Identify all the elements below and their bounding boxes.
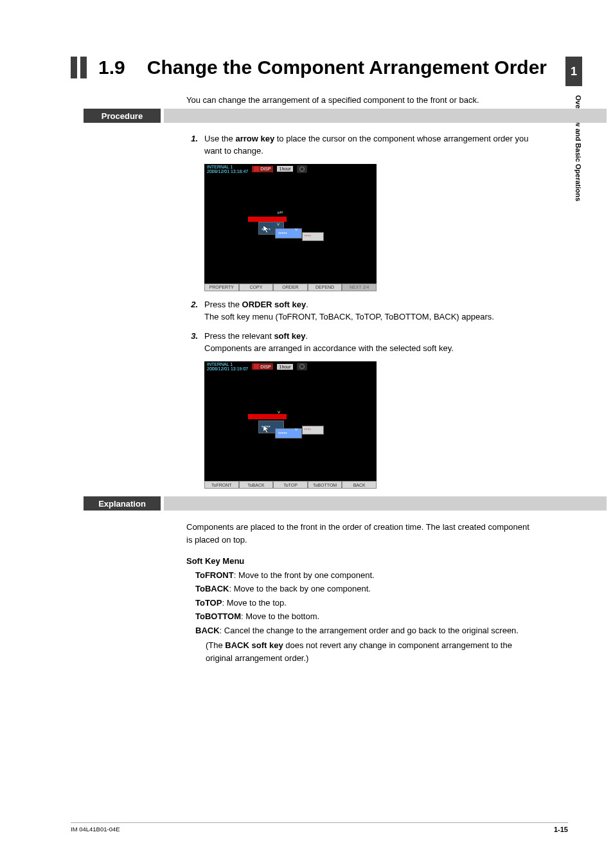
title-bar-decor [71,57,77,78]
softkey-property[interactable]: PROPERTY [204,284,239,291]
page-title-block: 1.9 Change the Component Arrangement Ord… [71,57,568,78]
disp-badge: DISP [252,363,272,370]
softkey-toback[interactable]: ToBACK [239,481,274,489]
disp-icon [254,364,259,369]
step-text: Use the arrow key to place the cursor on… [204,133,529,158]
procedure-heading: Procedure [84,109,161,123]
softkey-tobottom[interactable]: ToBOTTOM [308,481,342,489]
explanation-intro: Components are placed to the front in th… [186,521,529,546]
hour-badge: 1hour [277,166,294,172]
intro-text: You can change the arrangement of a spec… [186,95,529,105]
softkey-totop[interactable]: ToTOP [273,481,308,489]
screenshot-1: INTERNAL 12008/12/01 13:18:47 DISP 1hour… [204,164,529,291]
chapter-number: 1 [571,65,577,78]
camera-icon [297,363,307,370]
softkey-back[interactable]: BACK [342,481,377,489]
step-text: Press the relevant soft key. [204,330,529,343]
section-number: 1.9 [98,57,125,78]
page-number: 1-15 [554,826,568,833]
chapter-tab: 1 [565,57,582,86]
menu-item-toback: ToBACK: Move to the back by one componen… [195,583,529,595]
page-footer: IM 04L41B01-04E 1-15 [71,822,568,833]
menu-item-back: BACK: Cancel the change to the arrangeme… [195,624,529,637]
screen-title: INTERNAL 12008/12/01 13:19:07 [207,362,248,371]
step-3: 3. Press the relevant soft key. Componen… [186,330,529,489]
step-number: 1. [186,133,204,158]
screen-title: INTERNAL 12008/12/01 13:18:47 [207,165,248,174]
step-number: 3. [186,330,204,343]
softkey-order[interactable]: ORDER [273,284,308,291]
softkey-menu-heading: Soft Key Menu [186,555,529,568]
softkey-copy[interactable]: COPY [239,284,274,291]
component-c: *****V [275,428,302,439]
back-note: (The BACK soft key does not revert any c… [206,639,529,664]
page-title: Change the Component Arrangement Order [147,57,547,78]
step-1: 1. Use the arrow key to place the cursor… [186,133,529,291]
softkey-row: PROPERTY COPY ORDER DEPEND NEXT 2/4 [204,284,377,291]
component-a [248,414,287,419]
hour-badge: 1hour [277,364,294,370]
disp-badge: DISP [252,166,272,172]
cursor-icon [262,424,271,433]
softkey-row: ToFRONT ToBACK ToTOP ToBOTTOM BACK [204,481,377,489]
title-bar-decor [80,57,87,78]
softkey-depend[interactable]: DEPEND [308,284,342,291]
menu-item-tobottom: ToBOTTOM: Move to the bottom. [195,610,529,623]
step-number: 2. [186,299,204,311]
step-subtext: Components are arranged in accordance wi… [204,343,529,355]
explanation-heading: Explanation [84,496,161,511]
component-d: **** [302,232,324,241]
doc-id: IM 04L41B01-04E [71,826,120,833]
component-a [248,217,287,222]
screenshot-2: INTERNAL 12008/12/01 13:19:07 DISP 1hour… [204,361,529,489]
step-subtext: The soft key menu (ToFRONT, ToBACK, ToTO… [204,311,529,323]
heading-decor [164,496,607,511]
component-c: *****V [275,228,302,239]
heading-decor [164,109,607,123]
softkey-next[interactable]: NEXT 2/4 [342,284,377,291]
menu-item-tofront: ToFRONT: Move to the front by one compon… [195,569,529,582]
camera-icon [297,165,307,173]
disp-icon [254,167,259,172]
step-text: Press the ORDER soft key. [204,299,529,311]
unit-label: μH [278,210,283,214]
cursor-icon [262,224,271,233]
component-d: **** [302,426,324,435]
menu-item-totop: ToTOP: Move to the top. [195,597,529,610]
softkey-tofront[interactable]: ToFRONT [204,481,239,489]
step-2: 2. Press the ORDER soft key. The soft ke… [186,299,529,323]
